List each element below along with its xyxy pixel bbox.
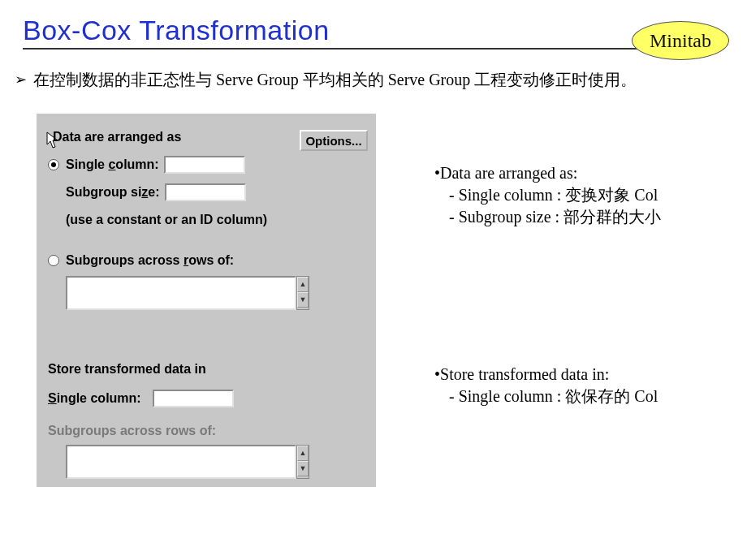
label-part: e: — [148, 185, 159, 199]
label-store-transformed: Store transformed data in — [48, 362, 206, 377]
title-underline — [23, 48, 724, 50]
annot-line: - Single column : 欲保存的 Col — [434, 386, 658, 407]
label-subgroups-across: Subgroups across rows of: — [66, 253, 234, 268]
spinner-subgroups[interactable]: ▲ ▼ — [296, 276, 309, 310]
label-part: Subgroup si — [66, 185, 141, 199]
spinner-down-icon[interactable]: ▼ — [297, 461, 309, 476]
row-subgroup-size: Subgroup size: — [66, 183, 246, 201]
annotation-data-arranged: •Data are arranged as: - Single column :… — [434, 162, 661, 228]
annot-line: - Single column : 变换对象 Col — [434, 184, 661, 206]
input-store-single[interactable] — [153, 390, 234, 407]
label-part: Subgroups across — [66, 253, 184, 267]
label-part: ows of: — [188, 253, 234, 267]
main-bullet-text: 在控制数据的非正态性与 Serve Group 平均相关的 Serve Grou… — [33, 69, 637, 91]
label-single-column: Single column: — [66, 157, 159, 172]
label-part: Single — [66, 157, 108, 171]
spinner-store-subgroups[interactable]: ▲ ▼ — [296, 445, 309, 479]
label-part: ingle column: — [57, 391, 141, 405]
label-data-arranged: Data are arranged as — [53, 130, 181, 144]
page-title: Box-Cox Transformation — [23, 15, 724, 46]
arrow-right-icon: ➢ — [15, 69, 27, 90]
label-store-single: Single column: — [48, 391, 141, 406]
label-store-subgroups-disabled: Subgroups across rows of: — [48, 424, 216, 438]
annot-line: - Subgroup size : 部分群的大小 — [434, 206, 661, 228]
main-bullet: ➢ 在控制数据的非正态性与 Serve Group 平均相关的 Serve Gr… — [0, 50, 747, 91]
input-single-column[interactable] — [164, 156, 245, 174]
radio-single-column-row[interactable]: Single column: — [48, 156, 245, 174]
textarea-store-subgroups[interactable] — [66, 445, 296, 479]
label-part: olumn: — [115, 157, 158, 171]
annotation-store-transformed: •Store transformed data in: - Single col… — [434, 364, 658, 407]
minitab-badge: Minitab — [632, 21, 729, 60]
hint-text: (use a constant or an ID column) — [66, 213, 267, 227]
radio-single-column[interactable] — [48, 159, 59, 170]
radio-subgroups-across[interactable] — [48, 255, 59, 266]
spinner-up-icon[interactable]: ▲ — [297, 446, 309, 461]
spinner-up-icon[interactable]: ▲ — [297, 277, 309, 292]
annot-head: •Store transformed data in: — [434, 364, 658, 386]
label-part: S — [48, 391, 57, 405]
spinner-down-icon[interactable]: ▼ — [297, 292, 309, 308]
row-store-single: Single column: — [48, 390, 234, 407]
label-subgroup-size: Subgroup size: — [66, 185, 160, 200]
textarea-subgroups-across[interactable] — [66, 276, 296, 310]
input-subgroup-size[interactable] — [165, 183, 246, 201]
annot-head: •Data are arranged as: — [434, 162, 661, 184]
radio-subgroups-across-row[interactable]: Subgroups across rows of: — [48, 253, 234, 268]
options-button[interactable]: Options... — [300, 130, 368, 151]
boxcox-dialog: Data are arranged as Options... Single c… — [37, 114, 376, 487]
